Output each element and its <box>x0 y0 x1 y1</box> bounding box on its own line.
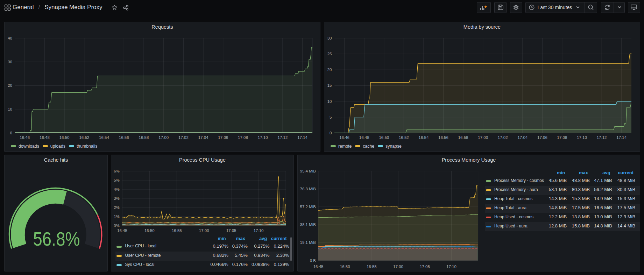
svg-text:17:05: 17:05 <box>226 228 236 233</box>
svg-text:17:12: 17:12 <box>597 135 607 140</box>
svg-text:16:46: 16:46 <box>20 135 30 140</box>
svg-text:4%: 4% <box>114 187 120 191</box>
svg-text:25: 25 <box>327 52 332 56</box>
svg-text:16:50: 16:50 <box>340 265 350 269</box>
svg-text:16:56: 16:56 <box>438 135 448 140</box>
svg-text:17:05: 17:05 <box>420 265 430 269</box>
svg-text:17:00: 17:00 <box>158 135 169 140</box>
svg-text:17:12: 17:12 <box>278 135 288 140</box>
svg-text:6%: 6% <box>114 169 120 173</box>
svg-text:16:54: 16:54 <box>419 135 429 140</box>
svg-text:16:54: 16:54 <box>99 135 109 140</box>
svg-text:17:08: 17:08 <box>238 135 248 140</box>
svg-text:0: 0 <box>10 131 12 135</box>
svg-text:0%: 0% <box>114 224 120 228</box>
svg-text:17:10: 17:10 <box>254 228 264 233</box>
svg-text:30: 30 <box>8 60 12 64</box>
svg-text:16:50: 16:50 <box>59 135 70 140</box>
svg-text:16:48: 16:48 <box>359 135 369 140</box>
svg-text:0 B: 0 B <box>310 259 316 263</box>
svg-text:17:10: 17:10 <box>577 135 587 140</box>
svg-text:95.4 MiB: 95.4 MiB <box>300 169 316 173</box>
svg-text:16:55: 16:55 <box>367 265 377 269</box>
svg-text:76.3 MiB: 76.3 MiB <box>300 187 316 191</box>
svg-text:16:56: 16:56 <box>119 135 129 140</box>
svg-text:16:48: 16:48 <box>40 135 50 140</box>
svg-text:30: 30 <box>327 36 332 40</box>
svg-text:16:45: 16:45 <box>117 228 127 233</box>
svg-text:40: 40 <box>8 36 12 40</box>
svg-text:17:10: 17:10 <box>446 265 457 269</box>
svg-text:57.2 MiB: 57.2 MiB <box>300 205 316 209</box>
svg-text:17:00: 17:00 <box>199 228 209 233</box>
svg-text:16:58: 16:58 <box>139 135 149 140</box>
svg-text:1%: 1% <box>114 214 120 219</box>
svg-text:17:06: 17:06 <box>537 135 547 140</box>
svg-text:16:45: 16:45 <box>313 265 324 269</box>
svg-text:17:00: 17:00 <box>393 265 403 269</box>
svg-text:16:58: 16:58 <box>458 135 468 140</box>
svg-text:2%: 2% <box>114 205 120 210</box>
svg-text:16:52: 16:52 <box>399 135 409 140</box>
svg-text:17:04: 17:04 <box>517 135 528 140</box>
svg-text:17:06: 17:06 <box>218 135 228 140</box>
svg-text:5%: 5% <box>114 178 120 182</box>
svg-text:17:14: 17:14 <box>297 135 307 140</box>
svg-text:38.1 MiB: 38.1 MiB <box>300 223 316 227</box>
svg-text:16:50: 16:50 <box>144 228 155 233</box>
svg-text:16:50: 16:50 <box>379 135 389 140</box>
svg-text:20: 20 <box>8 83 12 87</box>
svg-text:3%: 3% <box>114 196 120 200</box>
svg-text:17:08: 17:08 <box>557 135 567 140</box>
svg-text:15: 15 <box>327 83 332 87</box>
svg-text:10: 10 <box>327 99 332 104</box>
svg-text:56.8%: 56.8% <box>33 228 80 250</box>
svg-text:5: 5 <box>330 115 332 119</box>
svg-text:17:10: 17:10 <box>258 135 268 140</box>
svg-text:17:14: 17:14 <box>616 135 627 140</box>
svg-text:16:52: 16:52 <box>79 135 89 140</box>
svg-text:17:00: 17:00 <box>478 135 488 140</box>
svg-text:17:04: 17:04 <box>198 135 208 140</box>
svg-text:16:46: 16:46 <box>339 135 349 140</box>
svg-text:0: 0 <box>330 131 332 135</box>
svg-text:20: 20 <box>327 68 332 72</box>
svg-text:17:02: 17:02 <box>178 135 189 140</box>
svg-text:16:55: 16:55 <box>172 228 182 233</box>
svg-text:17:02: 17:02 <box>498 135 508 140</box>
svg-text:19.1 MiB: 19.1 MiB <box>300 240 316 245</box>
svg-text:10: 10 <box>8 107 12 111</box>
